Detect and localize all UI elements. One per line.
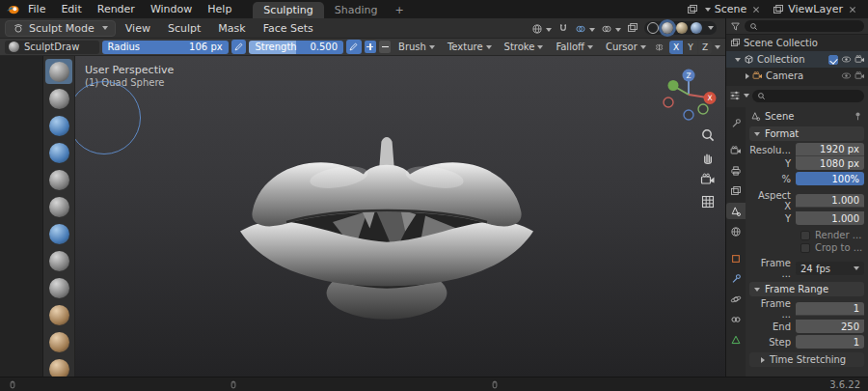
orientation-selector[interactable] xyxy=(531,22,552,35)
cursor-dropdown[interactable]: Cursor xyxy=(601,42,651,52)
brush-clay-strips-button[interactable] xyxy=(45,140,72,165)
frame-end-field[interactable]: 250 xyxy=(796,320,864,333)
shading-material-button[interactable] xyxy=(676,22,688,34)
brush-flatten-button[interactable] xyxy=(45,302,72,327)
toggle-perspective-grid-icon[interactable] xyxy=(700,194,716,209)
brush-crease-button[interactable] xyxy=(45,248,72,273)
render-camera-icon[interactable] xyxy=(854,70,865,81)
resolution-percent-slider[interactable]: 100% xyxy=(796,172,864,185)
menu-sculpt[interactable]: Sculpt xyxy=(160,21,208,36)
mode-selector[interactable]: Sculpt Mode xyxy=(5,20,116,37)
breadcrumb-scene[interactable]: Scene xyxy=(765,111,795,122)
properties-search-input[interactable] xyxy=(752,90,864,102)
frame-rate-dropdown[interactable]: 24 fps xyxy=(796,262,864,275)
snap-magnet-icon[interactable] xyxy=(557,22,569,34)
pan-hand-icon[interactable] xyxy=(700,150,716,165)
resolution-x-field[interactable]: 1920 px xyxy=(796,143,864,156)
eye-icon[interactable] xyxy=(841,54,852,65)
outliner-search-input[interactable] xyxy=(745,20,864,32)
radius-pressure-button[interactable] xyxy=(231,40,247,54)
eye-icon[interactable] xyxy=(841,70,852,81)
shading-wireframe-button[interactable] xyxy=(647,22,659,34)
outliner-row-scene-collection[interactable]: Scene Collectio xyxy=(726,35,868,51)
tab-object-data[interactable] xyxy=(726,331,746,348)
radius-slider[interactable]: Radius 106 px xyxy=(102,41,229,54)
disclosure-down-icon[interactable] xyxy=(735,58,741,62)
direction-subtract-button[interactable] xyxy=(379,41,391,53)
tab-physics[interactable] xyxy=(726,291,746,307)
symmetry-y-button[interactable]: Y xyxy=(684,41,697,54)
frame-start-field[interactable]: 1 xyxy=(796,302,864,316)
brush-layer-button[interactable] xyxy=(45,167,72,192)
scene-selector[interactable]: Scene xyxy=(683,2,767,16)
shading-rendered-button[interactable] xyxy=(691,22,702,34)
menu-view[interactable]: View xyxy=(118,21,158,36)
tab-view-layer[interactable] xyxy=(726,182,746,199)
aspect-y-field[interactable]: 1.000 xyxy=(796,211,864,225)
viewlayer-selector[interactable]: ViewLayer xyxy=(769,2,862,16)
direction-add-button[interactable] xyxy=(365,41,376,53)
falloff-dropdown[interactable]: Falloff xyxy=(551,42,598,52)
resolution-y-field[interactable]: 1080 px xyxy=(796,156,864,170)
pin-icon[interactable] xyxy=(853,111,863,122)
menu-face-sets[interactable]: Face Sets xyxy=(256,21,321,36)
brush-dropdown[interactable]: Brush xyxy=(393,42,440,52)
brush-draw-button[interactable] xyxy=(45,59,72,84)
tab-scene[interactable] xyxy=(726,203,746,219)
texture-dropdown[interactable]: Texture xyxy=(443,42,497,52)
menu-window[interactable]: Window xyxy=(143,2,200,16)
disclosure-right-icon[interactable] xyxy=(746,73,749,79)
blender-logo-icon[interactable] xyxy=(6,4,20,15)
menu-render[interactable]: Render xyxy=(90,2,143,16)
menu-file[interactable]: File xyxy=(20,2,53,16)
strength-pressure-button[interactable] xyxy=(346,40,362,54)
tab-output[interactable] xyxy=(726,162,746,179)
symmetry-butterfly-icon[interactable] xyxy=(654,42,665,53)
gizmo-neg-y-axis[interactable] xyxy=(698,104,708,114)
brush-scrape-button[interactable] xyxy=(45,356,72,377)
brush-draw-sharp-button[interactable] xyxy=(45,86,72,111)
panel-frame-range-header[interactable]: Frame Range xyxy=(749,282,864,296)
strength-slider[interactable]: Strength 0.500 xyxy=(249,41,343,54)
collection-checkbox[interactable] xyxy=(828,55,838,65)
panel-time-stretching-header[interactable]: Time Stretching xyxy=(749,352,864,367)
brush-smooth-button[interactable] xyxy=(45,275,72,300)
camera-view-icon[interactable] xyxy=(700,172,716,187)
crop-checkbox[interactable] xyxy=(800,243,810,253)
viewlayer-remove-icon[interactable] xyxy=(847,4,858,15)
viewport-3d[interactable]: User Perspective (1) Quad Sphere Z X xyxy=(75,56,725,377)
gizmo-neg-x-axis[interactable] xyxy=(664,98,673,107)
panel-format-header[interactable]: Format xyxy=(749,126,864,141)
shading-solid-button[interactable] xyxy=(662,22,673,34)
render-region-checkbox[interactable] xyxy=(800,231,810,240)
tab-constraints[interactable] xyxy=(726,311,746,327)
zoom-icon[interactable] xyxy=(700,127,716,143)
brush-blob-button[interactable] xyxy=(45,221,72,246)
brush-inflate-button[interactable] xyxy=(45,194,72,219)
filter-funnel-icon[interactable] xyxy=(730,21,741,32)
symmetry-x-button[interactable]: X xyxy=(669,41,683,54)
brush-clay-button[interactable] xyxy=(45,113,72,138)
sculpted-mesh-quad-sphere[interactable] xyxy=(232,106,541,330)
tab-sculpting[interactable]: Sculpting xyxy=(253,2,323,18)
render-camera-icon[interactable] xyxy=(854,54,865,65)
add-workspace-button[interactable]: + xyxy=(388,2,410,18)
menu-edit[interactable]: Edit xyxy=(53,2,89,16)
overlays-button[interactable] xyxy=(601,22,621,35)
scene-unlink-icon[interactable] xyxy=(750,4,762,15)
tab-world[interactable] xyxy=(726,223,746,239)
tab-tool[interactable] xyxy=(726,115,746,131)
outliner-row-camera[interactable]: Camera xyxy=(726,68,868,84)
gizmo-neg-z-axis[interactable] xyxy=(684,110,693,120)
tab-modifiers[interactable] xyxy=(726,270,746,287)
menu-help[interactable]: Help xyxy=(200,2,239,16)
outliner-row-collection[interactable]: Collection xyxy=(726,51,868,68)
tab-render[interactable] xyxy=(726,142,746,158)
gizmo-y-axis[interactable] xyxy=(668,80,679,91)
proportional-edit-button[interactable] xyxy=(575,22,595,35)
brush-fill-button[interactable] xyxy=(45,329,72,354)
navigation-gizmo[interactable]: Z X xyxy=(660,66,718,124)
tab-shading[interactable]: Shading xyxy=(324,2,389,18)
aspect-x-field[interactable]: 1.000 xyxy=(796,194,864,208)
menu-mask[interactable]: Mask xyxy=(210,21,253,36)
